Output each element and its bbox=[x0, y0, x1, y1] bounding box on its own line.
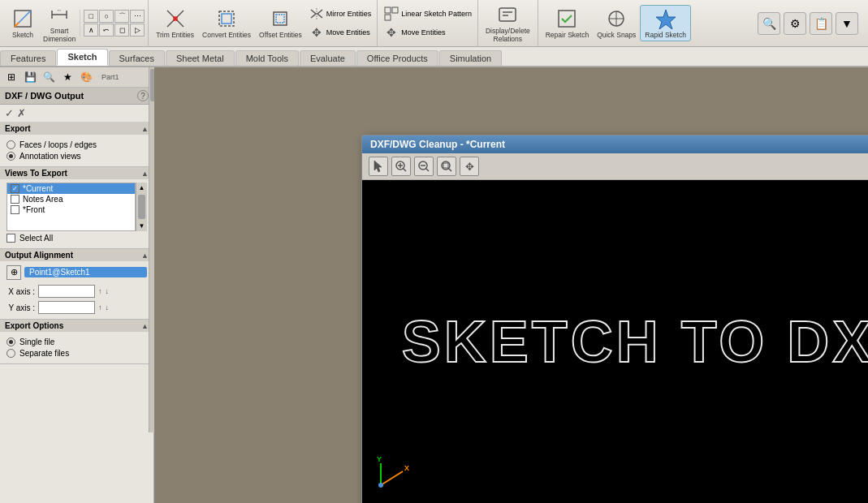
toolbar-right-btn-3[interactable]: 📋 bbox=[810, 12, 832, 35]
view-item-front[interactable]: *Front bbox=[7, 204, 135, 215]
separate-files-radio[interactable] bbox=[6, 349, 15, 358]
tab-features[interactable]: Features bbox=[0, 50, 56, 66]
export-options-header[interactable]: Export Options ▲ bbox=[0, 320, 153, 332]
x-axis-arrow-up[interactable]: ↑ bbox=[98, 287, 102, 295]
grid-icon-6[interactable]: ⤺ bbox=[99, 24, 114, 37]
toolbar-offset-entities[interactable]: Offset Entities bbox=[255, 6, 306, 41]
view-item-current[interactable]: ✓ *Current bbox=[7, 183, 135, 194]
x-axis-input[interactable] bbox=[38, 285, 95, 298]
toolbar-right-btn-4[interactable]: ▼ bbox=[836, 12, 858, 35]
toolbar-display-delete[interactable]: Display/DeleteRelations bbox=[482, 2, 534, 45]
svg-rect-9 bbox=[173, 16, 178, 21]
dialog-tool-zoom-fit[interactable] bbox=[437, 157, 456, 176]
toolbar-repair-sketch[interactable]: Repair Sketch bbox=[542, 6, 593, 41]
export-radio-annotation[interactable] bbox=[6, 152, 15, 161]
y-axis-arrow-up[interactable]: ↑ bbox=[98, 303, 102, 312]
toolbar-linear-sketch-pattern[interactable]: Linear Sketch Pattern bbox=[381, 5, 474, 23]
panel-btn-grid[interactable]: ⊞ bbox=[3, 69, 19, 85]
display-delete-icon bbox=[496, 3, 519, 26]
select-all-checkbox[interactable] bbox=[6, 234, 15, 243]
export-radio-faces[interactable] bbox=[6, 140, 15, 149]
toolbar-rapid-sketch[interactable]: Rapid Sketch bbox=[640, 5, 691, 41]
export-single-file[interactable]: Single file bbox=[6, 337, 147, 346]
tab-evaluate[interactable]: Evaluate bbox=[300, 50, 356, 66]
view-item-notes[interactable]: Notes Area bbox=[7, 194, 135, 204]
export-section: Export ▲ Faces / loops / edges Annotatio… bbox=[0, 123, 153, 167]
export-options-title: Export Options bbox=[5, 321, 63, 330]
x-axis-row: X axis : ↑ ↓ bbox=[6, 283, 147, 299]
grid-icon-2[interactable]: ○ bbox=[99, 10, 114, 23]
toolbar-quick-snaps[interactable]: Quick Snaps bbox=[593, 6, 640, 41]
y-axis-input[interactable] bbox=[38, 301, 95, 314]
toolbar-move-entities-2[interactable]: ✥ Move Entities bbox=[381, 24, 474, 41]
toolbar-group-entities: Trim Entities Convert Entities Offset En… bbox=[149, 0, 378, 46]
svg-rect-18 bbox=[385, 15, 391, 20]
dialog-tool-zoom-out[interactable] bbox=[414, 157, 434, 176]
toolbar-right-btn-2[interactable]: ⚙ bbox=[784, 12, 806, 35]
dialog-tool-select[interactable] bbox=[369, 157, 388, 176]
smart-dimension-label: SmartDimension bbox=[43, 27, 76, 43]
grid-icon-4[interactable]: ⋯ bbox=[130, 10, 145, 23]
separate-files-label: Separate files bbox=[19, 349, 69, 358]
views-scroll[interactable]: ✓ *Current Notes Area *Front bbox=[6, 183, 136, 231]
confirm-cancel-btn[interactable]: ✗ bbox=[17, 107, 26, 119]
grid-icon-1[interactable]: □ bbox=[84, 10, 98, 23]
tab-sheet-metal[interactable]: Sheet Metal bbox=[166, 50, 235, 66]
y-axis-arrow-down[interactable]: ↓ bbox=[106, 303, 110, 312]
grid-icon-8[interactable]: ▷ bbox=[130, 24, 145, 37]
svg-text:✥: ✥ bbox=[312, 26, 322, 39]
toolbar-right-btn-1[interactable]: 🔍 bbox=[758, 12, 780, 35]
toolbar-right: 🔍 ⚙ 📋 ▼ bbox=[758, 0, 865, 46]
single-file-radio[interactable] bbox=[6, 337, 15, 346]
dialog-tool-pan[interactable]: ✥ bbox=[460, 157, 479, 176]
alignment-origin-btn[interactable]: ⊕ bbox=[6, 265, 21, 280]
toolbar-mirror-move-col: Mirror Entities ✥ Move Entities bbox=[306, 5, 374, 41]
grid-icon-3[interactable]: ⌒ bbox=[114, 10, 129, 23]
panel-btn-save[interactable]: 💾 bbox=[22, 69, 38, 85]
tab-office-products[interactable]: Office Products bbox=[356, 50, 438, 66]
views-scrollbar[interactable]: ▲ ▼ bbox=[136, 183, 147, 231]
toolbar-smart-dimension[interactable]: ↔ SmartDimension bbox=[39, 2, 80, 45]
main-toolbar: Sketch ↔ SmartDimension □ ○ ⌒ ⋯ ∧ ⤺ ◻ ▷ bbox=[0, 0, 868, 47]
alignment-selected: Point1@Sketch1 bbox=[24, 267, 147, 277]
alignment-icon-row: ⊕ Point1@Sketch1 bbox=[6, 264, 147, 280]
tab-sketch[interactable]: Sketch bbox=[57, 49, 107, 66]
grid-icon-7[interactable]: ◻ bbox=[114, 24, 129, 37]
view-checkbox-front[interactable] bbox=[11, 205, 19, 214]
alignment-section-header[interactable]: Output Alignment ▲ bbox=[0, 249, 153, 261]
toolbar-convert-entities[interactable]: Convert Entities bbox=[198, 6, 255, 41]
export-annotation-label: Annotation views bbox=[19, 152, 81, 161]
toolbar-trim-entities[interactable]: Trim Entities bbox=[152, 6, 198, 41]
export-section-arrow: ▲ bbox=[141, 125, 149, 133]
export-separate-files[interactable]: Separate files bbox=[6, 349, 147, 358]
export-option-annotation[interactable]: Annotation views bbox=[6, 152, 147, 161]
grid-icon-5[interactable]: ∧ bbox=[84, 24, 98, 37]
toolbar-move-entities[interactable]: ✥ Move Entities bbox=[306, 24, 374, 41]
export-option-faces[interactable]: Faces / loops / edges bbox=[6, 140, 147, 149]
scroll-up-arrow[interactable]: ▲ bbox=[136, 183, 147, 193]
views-section-header[interactable]: Views To Export ▲ bbox=[0, 167, 153, 179]
confirm-ok-btn[interactable]: ✓ bbox=[5, 107, 14, 119]
panel-btn-color[interactable]: 🎨 bbox=[78, 69, 94, 85]
tab-mold-tools[interactable]: Mold Tools bbox=[235, 50, 299, 66]
views-section-content: ✓ *Current Notes Area *Front bbox=[0, 179, 153, 248]
panel-help-btn[interactable]: ? bbox=[137, 90, 149, 101]
toolbar-sketch[interactable]: Sketch bbox=[6, 6, 39, 41]
view-checkbox-current[interactable]: ✓ bbox=[11, 184, 19, 193]
export-section-header[interactable]: Export ▲ bbox=[0, 123, 153, 135]
scroll-down-arrow[interactable]: ▼ bbox=[136, 221, 147, 231]
view-checkbox-notes[interactable] bbox=[11, 195, 19, 204]
toolbar-mirror-entities[interactable]: Mirror Entities bbox=[306, 5, 374, 23]
tab-simulation[interactable]: Simulation bbox=[439, 50, 502, 66]
panel-btn-star[interactable]: ★ bbox=[59, 69, 76, 85]
dialog-tool-zoom-in[interactable] bbox=[391, 157, 411, 176]
svg-marker-27 bbox=[656, 10, 676, 29]
svg-line-43 bbox=[449, 169, 452, 172]
confirm-row: ✓ ✗ bbox=[0, 105, 153, 123]
x-axis-arrow-down[interactable]: ↓ bbox=[106, 287, 110, 295]
select-all-row[interactable]: Select All bbox=[6, 231, 147, 245]
toolbar-group-sketch: Sketch ↔ SmartDimension □ ○ ⌒ ⋯ ∧ ⤺ ◻ ▷ bbox=[3, 0, 149, 46]
tab-surfaces[interactable]: Surfaces bbox=[109, 50, 165, 66]
sketch-to-dxf-text: SKETCH TO DXF bbox=[402, 308, 868, 375]
panel-btn-search[interactable]: 🔍 bbox=[41, 69, 57, 85]
